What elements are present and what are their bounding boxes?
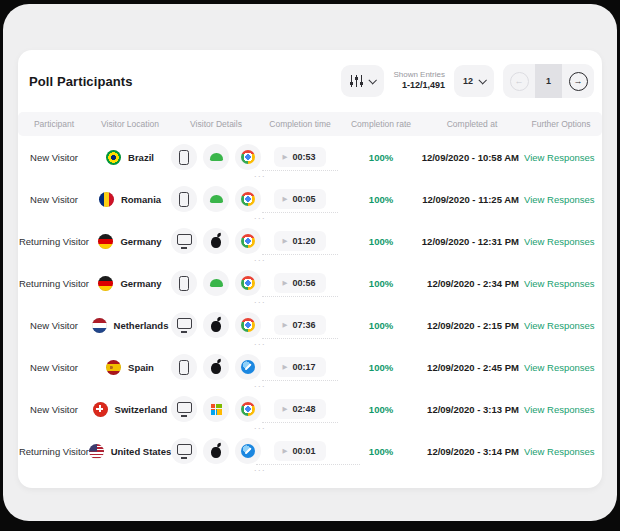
- country-flag-icon: [98, 276, 113, 291]
- country-flag-icon: [98, 234, 113, 249]
- col-visitor-location: Visitor Location: [90, 119, 170, 129]
- completion-time: 00:17: [292, 362, 315, 372]
- next-page-button[interactable]: →: [562, 64, 594, 98]
- completion-rate: 100%: [338, 446, 424, 457]
- chevron-down-icon: [478, 76, 486, 84]
- play-icon: ▶: [282, 280, 287, 287]
- completion-time-chip[interactable]: ▶ 00:05: [274, 189, 325, 209]
- device-icon: [171, 144, 197, 170]
- os-icon: [203, 144, 229, 170]
- view-responses-link[interactable]: View Responses: [524, 320, 595, 331]
- completed-at: 12/09/2020 - 2:34 PM: [424, 278, 520, 289]
- sliders-icon: [350, 75, 363, 87]
- country-flag-icon: [89, 444, 104, 459]
- view-responses-link[interactable]: View Responses: [524, 446, 595, 457]
- table-row: New Visitor Switzerland ... ▶ 02:48 100%…: [18, 388, 602, 430]
- device-icon: [171, 228, 197, 254]
- device-icon: [171, 438, 197, 464]
- view-responses-link[interactable]: View Responses: [524, 152, 595, 163]
- chevron-down-icon: [369, 76, 377, 84]
- play-icon: ▶: [282, 406, 287, 413]
- view-responses-link[interactable]: View Responses: [524, 362, 595, 373]
- view-responses-link[interactable]: View Responses: [524, 404, 595, 415]
- view-responses-link[interactable]: View Responses: [524, 278, 595, 289]
- participant-label: New Visitor: [18, 320, 90, 331]
- participant-label: New Visitor: [18, 362, 90, 373]
- country-label: Netherlands: [114, 320, 169, 331]
- toolbar: Shown Entries 1-12/1,491 12 ← 1 →: [341, 64, 594, 98]
- completion-time-chip[interactable]: ▶ 00:56: [274, 273, 325, 293]
- play-icon: ▶: [282, 196, 287, 203]
- completion-time: 00:01: [292, 446, 315, 456]
- browser-icon: [235, 396, 261, 422]
- completion-time: 07:36: [292, 320, 315, 330]
- table-row: Returning Visitor Germany ... ▶ 00:56 10…: [18, 262, 602, 304]
- completed-at: 12/09/2020 - 3:13 PM: [424, 404, 520, 415]
- participant-label: New Visitor: [18, 152, 90, 163]
- completion-time-chip[interactable]: ▶ 07:36: [274, 315, 325, 335]
- participant-label: New Visitor: [18, 404, 90, 415]
- page-size-select[interactable]: 12: [454, 65, 494, 97]
- play-icon: ▶: [282, 364, 287, 371]
- completion-time-chip[interactable]: ▶ 02:48: [274, 399, 325, 419]
- current-page[interactable]: 1: [535, 64, 562, 98]
- os-icon: [203, 312, 229, 338]
- completion-time: 02:48: [292, 404, 315, 414]
- country-label: Brazil: [128, 152, 154, 163]
- card-header: Poll Participants Shown Entries 1-12/1,4…: [18, 50, 602, 112]
- country-label: United States: [111, 446, 172, 457]
- page-title: Poll Participants: [29, 74, 133, 89]
- col-completed-at: Completed at: [424, 119, 520, 129]
- table-row: New Visitor Netherlands ... ▶ 07:36 100%…: [18, 304, 602, 346]
- table-row: New Visitor Romania ... ▶ 00:05 100% 12/…: [18, 178, 602, 220]
- table-row: Returning Visitor Germany ... ▶ 01:20 10…: [18, 220, 602, 262]
- play-icon: ▶: [282, 154, 287, 161]
- completion-time-chip[interactable]: ▶ 00:01: [274, 441, 325, 461]
- os-icon: [203, 396, 229, 422]
- completion-time-chip[interactable]: ▶ 00:53: [274, 147, 325, 167]
- completed-at: 12/09/2020 - 12:31 PM: [424, 236, 520, 247]
- completion-time-chip[interactable]: ▶ 01:20: [274, 231, 325, 251]
- table-row: New Visitor Spain ... ▶ 00:17 100% 12/09…: [18, 346, 602, 388]
- device-icon: [171, 312, 197, 338]
- page-size-value: 12: [463, 76, 473, 86]
- play-icon: ▶: [282, 238, 287, 245]
- completion-rate: 100%: [338, 404, 424, 415]
- shown-entries-label: Shown Entries: [393, 70, 445, 80]
- device-icon: [171, 270, 197, 296]
- view-responses-link[interactable]: View Responses: [524, 194, 595, 205]
- participant-label: Returning Visitor: [18, 278, 90, 289]
- completion-time-chip[interactable]: ▶ 00:17: [274, 357, 325, 377]
- device-icon: [171, 396, 197, 422]
- arrow-left-circle-icon: ←: [510, 72, 529, 91]
- table-header-row: Participant Visitor Location Visitor Det…: [18, 112, 602, 136]
- browser-icon: [235, 186, 261, 212]
- completion-rate: 100%: [338, 152, 424, 163]
- col-further-options: Further Options: [520, 119, 602, 129]
- completion-rate: 100%: [338, 362, 424, 373]
- prev-page-button[interactable]: ←: [503, 64, 535, 98]
- poll-participants-card: Poll Participants Shown Entries 1-12/1,4…: [18, 50, 602, 488]
- participant-label: Returning Visitor: [18, 236, 90, 247]
- col-completion-time: Completion time: [262, 119, 338, 129]
- country-label: Germany: [120, 278, 161, 289]
- os-icon: [203, 270, 229, 296]
- completed-at: 12/09/2020 - 10:58 AM: [424, 152, 520, 163]
- completed-at: 12/09/2020 - 3:14 PM: [424, 446, 520, 457]
- table-row: Returning Visitor United States ... ▶ 00…: [18, 430, 602, 472]
- col-participant: Participant: [18, 119, 90, 129]
- country-label: Romania: [121, 194, 161, 205]
- completion-rate: 100%: [338, 278, 424, 289]
- os-icon: [203, 354, 229, 380]
- pagination: ← 1 →: [503, 64, 594, 98]
- os-icon: [203, 186, 229, 212]
- country-label: Germany: [120, 236, 161, 247]
- browser-icon: [235, 228, 261, 254]
- filter-button[interactable]: [341, 65, 384, 97]
- view-responses-link[interactable]: View Responses: [524, 236, 595, 247]
- device-icon: [171, 354, 197, 380]
- completion-time: 00:53: [292, 152, 315, 162]
- browser-icon: [235, 312, 261, 338]
- device-icon: [171, 186, 197, 212]
- country-flag-icon: [99, 192, 114, 207]
